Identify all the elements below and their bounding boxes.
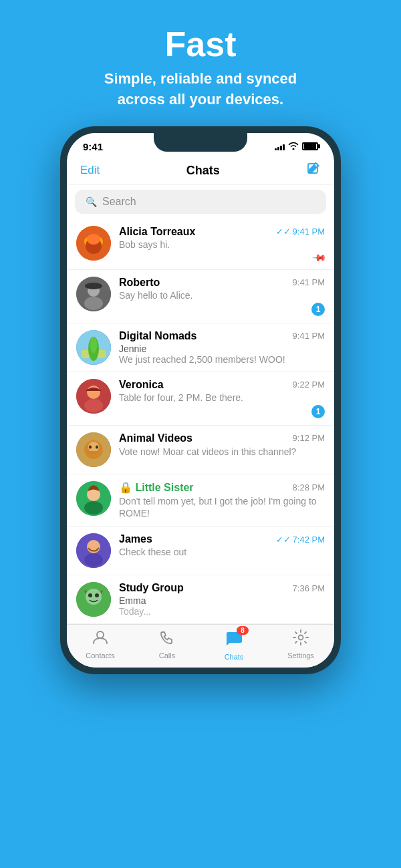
chat-content-alicia: Alicia Torreaux ✓✓ 9:41 PM Bob says hi. … <box>119 226 325 263</box>
chat-content-roberto: Roberto 9:41 PM Say hello to Alice. 1 <box>119 277 325 316</box>
chat-content-animal: Animal Videos 9:12 PM Vote now! Moar cat… <box>119 432 325 458</box>
tab-chats[interactable]: 8 Chats <box>200 629 267 661</box>
hero-title: Fast <box>0 25 401 63</box>
tab-chats-label: Chats <box>225 653 244 661</box>
chat-list: Alicia Torreaux ✓✓ 9:41 PM Bob says hi. … <box>67 219 334 624</box>
chat-name-james: James <box>119 533 152 545</box>
chat-item-alicia[interactable]: Alicia Torreaux ✓✓ 9:41 PM Bob says hi. … <box>67 219 334 270</box>
chat-item-animal[interactable]: Animal Videos 9:12 PM Vote now! Moar cat… <box>67 426 334 474</box>
chat-item-sister[interactable]: 🔒 Little Sister 8:28 PM Don't tell mom y… <box>67 474 334 527</box>
avatar-veronica <box>76 379 111 414</box>
pin-icon-alicia: 📌 <box>311 249 327 265</box>
chat-name-alicia: Alicia Torreaux <box>119 226 195 238</box>
hero-section: Fast Simple, reliable and syncedacross a… <box>0 0 401 126</box>
tab-calls[interactable]: Calls <box>134 629 200 661</box>
avatar-james <box>76 533 111 568</box>
svg-point-31 <box>95 593 99 597</box>
search-input[interactable]: Search <box>102 196 136 208</box>
chat-preview-veronica: Table for four, 2 PM. Be there. <box>119 392 325 403</box>
phone-frame: 9:41 Edit Chats <box>60 126 341 674</box>
status-icons <box>275 141 318 152</box>
avatar-roberto <box>76 277 111 311</box>
chat-preview-animal: Vote now! Moar cat videos in this channe… <box>119 446 325 458</box>
chat-item-roberto[interactable]: Roberto 9:41 PM Say hello to Alice. 1 <box>67 270 334 323</box>
svg-point-9 <box>85 283 102 289</box>
badge-veronica: 1 <box>311 405 325 418</box>
compose-button[interactable] <box>306 162 321 180</box>
avatar-alicia <box>76 226 111 261</box>
chat-time-james: ✓✓ 7:42 PM <box>276 535 325 545</box>
signal-bars-icon <box>275 142 285 150</box>
edit-button[interactable]: Edit <box>80 164 100 177</box>
avatar-digital <box>76 330 111 365</box>
chat-name-veronica: Veronica <box>119 379 164 391</box>
chat-name-roberto: Roberto <box>119 277 160 289</box>
tab-bar: Contacts Calls 8 Chats <box>67 624 334 668</box>
chat-time-sister: 8:28 PM <box>293 482 325 492</box>
chat-time-roberto: 9:41 PM <box>293 277 325 287</box>
chat-content-sister: 🔒 Little Sister 8:28 PM Don't tell mom y… <box>119 481 325 519</box>
svg-point-20 <box>89 445 92 448</box>
svg-point-13 <box>90 337 97 353</box>
svg-point-24 <box>84 501 103 515</box>
chat-name-sister: 🔒 Little Sister <box>119 481 194 494</box>
avatar-sister <box>76 481 111 516</box>
svg-point-33 <box>299 635 303 640</box>
avatar-study <box>76 582 111 617</box>
chat-time-study: 7:36 PM <box>293 583 325 593</box>
chat-sender-study: Emma <box>119 595 325 606</box>
chat-time-alicia: ✓✓ 9:41 PM <box>276 227 325 237</box>
nav-bar: Edit Chats <box>67 156 334 184</box>
chat-preview-alicia: Bob says hi. <box>119 239 325 250</box>
chat-preview-digital: We just reached 2,500 members! WOO! <box>119 354 325 365</box>
chat-name-animal: Animal Videos <box>119 432 192 444</box>
lock-icon: 🔒 <box>119 482 132 493</box>
chat-content-veronica: Veronica 9:22 PM Table for four, 2 PM. B… <box>119 379 325 418</box>
chat-item-veronica[interactable]: Veronica 9:22 PM Table for four, 2 PM. B… <box>67 372 334 426</box>
svg-point-21 <box>96 445 98 448</box>
svg-point-16 <box>84 399 103 412</box>
tab-calls-label: Calls <box>159 652 175 660</box>
chat-time-veronica: 9:22 PM <box>293 380 325 390</box>
settings-icon <box>292 629 309 650</box>
svg-point-32 <box>97 631 104 638</box>
search-bar[interactable]: 🔍 Search <box>75 190 326 214</box>
contacts-icon <box>92 629 109 650</box>
nav-title: Chats <box>186 164 220 178</box>
chat-sender-digital: Jennie <box>119 343 325 354</box>
status-time: 9:41 <box>83 141 103 152</box>
double-check-icon: ✓✓ <box>276 227 291 237</box>
svg-point-8 <box>84 297 103 310</box>
phone-notch <box>154 133 247 152</box>
chat-time-animal: 9:12 PM <box>293 433 325 443</box>
badge-roberto: 1 <box>311 303 325 316</box>
svg-point-5 <box>87 234 100 245</box>
svg-point-29 <box>86 589 102 605</box>
battery-icon <box>302 142 318 150</box>
chat-preview-study: Today... <box>119 606 325 617</box>
chat-time-digital: 9:41 PM <box>293 331 325 341</box>
chat-item-james[interactable]: James ✓✓ 7:42 PM Check these out <box>67 527 334 575</box>
chat-preview-sister: Don't tell mom yet, but I got the job! I… <box>119 495 325 519</box>
wifi-icon <box>288 141 299 152</box>
calls-icon <box>158 629 176 650</box>
chat-item-study[interactable]: Study Group 7:36 PM Emma Today... <box>67 575 334 624</box>
search-icon: 🔍 <box>86 196 97 207</box>
double-check-icon-james: ✓✓ <box>276 535 291 545</box>
hero-subtitle: Simple, reliable and syncedacross all yo… <box>0 69 401 110</box>
svg-point-30 <box>88 593 92 597</box>
phone-inner: 9:41 Edit Chats <box>67 133 334 668</box>
chat-content-james: James ✓✓ 7:42 PM Check these out <box>119 533 325 557</box>
tab-settings[interactable]: Settings <box>267 629 334 661</box>
tab-contacts[interactable]: Contacts <box>67 629 134 661</box>
avatar-animal <box>76 432 111 467</box>
svg-point-27 <box>84 553 103 567</box>
chat-name-study: Study Group <box>119 582 184 594</box>
tab-contacts-label: Contacts <box>86 652 114 660</box>
chat-content-digital: Digital Nomads 9:41 PM Jennie We just re… <box>119 330 325 365</box>
tab-settings-label: Settings <box>287 652 314 660</box>
chat-item-digital[interactable]: Digital Nomads 9:41 PM Jennie We just re… <box>67 323 334 372</box>
chats-badge: 8 <box>237 626 249 635</box>
chat-preview-james: Check these out <box>119 547 325 557</box>
chat-preview-roberto: Say hello to Alice. <box>119 290 325 301</box>
